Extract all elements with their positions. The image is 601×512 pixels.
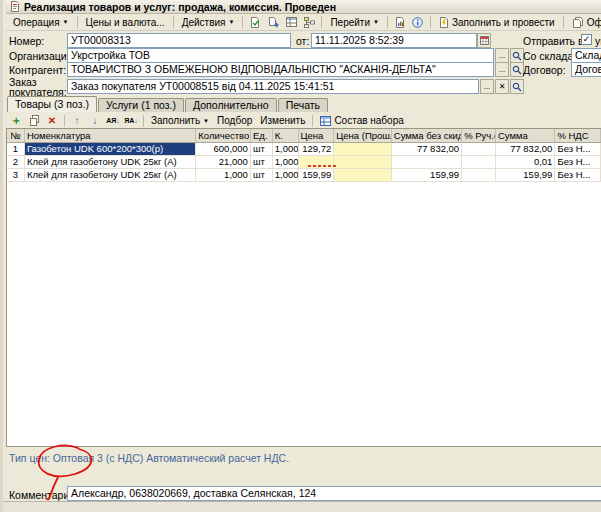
report-button[interactable] [391, 15, 409, 30]
organization-open-button[interactable] [510, 48, 524, 63]
order-ellipsis-button[interactable]: ... [480, 79, 494, 94]
order-clear-button[interactable]: ✕ [495, 79, 509, 94]
make-documents-button[interactable]: Оформить документы [567, 15, 601, 30]
cell-item[interactable]: Клей для газобетону UDK 25кг (А) [25, 169, 196, 181]
chevron-down-icon: ▼ [63, 19, 69, 25]
move-down-button[interactable]: ↓ [86, 113, 104, 128]
contract-input[interactable]: Договор [571, 62, 601, 77]
cell-k[interactable]: 1,000 [273, 169, 299, 181]
actions-menu-button[interactable]: Действия ▼ [177, 15, 240, 30]
warehouse-input[interactable]: Склад Б [571, 48, 601, 63]
cell-price[interactable]: 159,99 [299, 169, 335, 181]
cell-price-prev[interactable] [334, 143, 392, 155]
fill-menu-button[interactable]: Заполнить ▼ [147, 114, 213, 128]
toolbar-separator [242, 16, 243, 28]
cell-unit[interactable]: шт [251, 143, 273, 155]
tab-goods[interactable]: Товары (3 поз.) [7, 96, 97, 112]
create-based-on-button[interactable] [264, 15, 282, 30]
fill-and-post-button[interactable]: Заполнить и провести [434, 15, 560, 30]
cell-sum[interactable]: 159,99 [496, 169, 556, 181]
goto-label: Перейти [330, 17, 370, 28]
sort-ascending-button[interactable]: АЯ↓ [104, 113, 122, 128]
edit-button[interactable]: Изменить [256, 114, 309, 128]
cell-manual-disc[interactable] [462, 169, 496, 181]
table-row[interactable]: 3 Клей для газобетону UDK 25кг (А) 1,000… [7, 169, 601, 182]
cell-sum-nodisc[interactable] [392, 156, 462, 168]
prices-currency-button[interactable]: Цены и валюта... [81, 15, 170, 30]
document-movements-icon [286, 17, 297, 27]
cell-item-selected[interactable]: Газобетон UDK 600*200*300(р) [25, 143, 196, 155]
table-row[interactable]: 2 Клей для газобетону UDK 25кг (А) 21,00… [7, 156, 601, 169]
toolbar-separator [64, 115, 65, 127]
delete-icon: ✕ [48, 115, 56, 126]
organization-input[interactable]: Укрстройка ТОВ [67, 48, 494, 63]
subordination-structure-button[interactable] [300, 15, 318, 30]
cell-sum[interactable]: 0,01 [496, 156, 556, 168]
prices-currency-label: Цены и валюта... [86, 17, 165, 28]
window-titlebar[interactable]: Реализация товаров и услуг: продажа, ком… [6, 0, 601, 14]
sort-asc-icon: АЯ [106, 117, 116, 124]
cell-vat[interactable]: Без Н... [555, 156, 601, 168]
number-input[interactable]: УТ00008313 [67, 33, 291, 48]
cell-qty[interactable]: 1,000 [196, 169, 251, 181]
cell-price[interactable] [299, 156, 335, 168]
fill-and-post-label: Заполнить и провести [452, 17, 555, 28]
date-input[interactable]: 11.11.2025 8:52:39 [311, 33, 477, 48]
contractor-input[interactable]: ТОВАРИСТВО З ОБМЕЖЕНОЮ ВІДПОВІДАЛЬНІСТЮ … [67, 62, 494, 77]
document-info-button[interactable] [409, 15, 427, 30]
order-open-button[interactable] [510, 79, 524, 94]
document-movements-button[interactable] [282, 15, 300, 30]
delete-row-button[interactable]: ✕ [43, 113, 61, 128]
sort-descending-button[interactable]: ЯА↓ [122, 113, 140, 128]
set-composition-label: Состав набора [334, 115, 403, 126]
goto-menu-button[interactable]: Перейти ▼ [325, 15, 384, 30]
copy-row-button[interactable] [25, 113, 43, 128]
add-row-button[interactable]: ＋ [7, 113, 25, 128]
status-bar [3, 501, 601, 512]
cell-unit[interactable]: шт [251, 169, 273, 181]
cell-vat[interactable]: Без Н... [555, 143, 601, 155]
organization-ellipsis-button[interactable]: ... [495, 48, 509, 63]
make-documents-label: Оформить документы [587, 17, 601, 28]
cell-qty[interactable]: 600,000 [196, 143, 251, 155]
cell-num[interactable]: 1 [7, 143, 25, 155]
cell-qty[interactable]: 21,000 [196, 156, 251, 168]
cell-num[interactable]: 2 [7, 156, 25, 168]
set-composition-button[interactable]: Состав набора [316, 114, 407, 128]
cell-price-prev[interactable] [334, 169, 392, 181]
cell-price[interactable]: 129,72 [299, 143, 335, 155]
arrow-up-icon: ↑ [75, 115, 80, 126]
send-to-checkbox[interactable]: ✓ [581, 34, 592, 45]
pick-button[interactable]: Подбор [213, 114, 256, 128]
cell-sum-nodisc[interactable]: 77 832,00 [392, 143, 462, 155]
post-document-button[interactable] [246, 15, 264, 30]
tab-services[interactable]: Услуги (1 поз.) [98, 98, 184, 112]
operation-menu-button[interactable]: Операция ▼ [8, 15, 74, 30]
cell-price-prev[interactable] [334, 156, 392, 168]
cell-vat[interactable]: Без Н... [555, 169, 601, 181]
cell-sum[interactable]: 77 832,00 [496, 143, 556, 155]
cell-num[interactable]: 3 [7, 169, 25, 181]
calendar-button[interactable] [477, 33, 491, 48]
tab-additional[interactable]: Дополнительно [185, 98, 277, 112]
cell-manual-disc[interactable] [462, 143, 496, 155]
header-price: Цена [299, 129, 335, 142]
cell-sum-nodisc[interactable]: 159,99 [392, 169, 462, 181]
contractor-ellipsis-button[interactable]: ... [495, 62, 509, 77]
order-input[interactable]: Заказ покупателя УТ00008515 від 04.11.20… [67, 79, 479, 94]
table-row[interactable]: 1 Газобетон UDK 600*200*300(р) 600,000 ш… [7, 143, 601, 156]
check-icon: ✓ [583, 34, 591, 44]
cell-k[interactable]: 1,000 [273, 143, 299, 155]
comment-input[interactable]: Александр, 0638020669, доставка Селянска… [67, 486, 601, 501]
cell-item[interactable]: Клей для газобетону UDK 25кг (А) [25, 156, 196, 168]
date-label: от: [296, 36, 309, 46]
contractor-open-button[interactable] [510, 62, 524, 77]
cell-unit[interactable]: шт [251, 156, 273, 168]
send-to-checkbox-label: упр. уч [595, 36, 601, 46]
toolbar-separator [563, 16, 564, 28]
tab-print[interactable]: Печать [278, 98, 328, 112]
move-up-button[interactable]: ↑ [68, 113, 86, 128]
report-icon [395, 17, 405, 28]
cell-k[interactable]: 1,000 [273, 156, 299, 168]
cell-manual-disc[interactable] [462, 156, 496, 168]
